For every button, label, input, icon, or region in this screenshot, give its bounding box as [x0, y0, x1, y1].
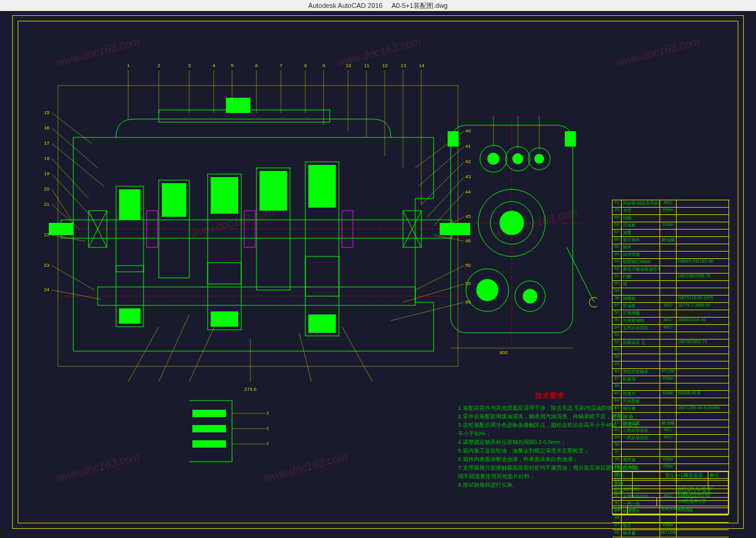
svg-rect-1 — [162, 183, 186, 217]
bom-row: 54五档从动齿轮40Cr — [612, 325, 729, 332]
bom-row: 55中国紫铜线40CrJB6062519-40 — [612, 318, 729, 325]
svg-line-48 — [52, 159, 89, 198]
svg-text:13: 13 — [401, 63, 406, 68]
bom-row: 57垫油盘40Cr10779.7-3689-56 — [612, 303, 729, 310]
svg-text:20: 20 — [44, 186, 49, 192]
svg-rect-3 — [260, 171, 287, 211]
drawing-frame: www.doc163.com www.doc163.com www.doc163… — [12, 15, 744, 529]
bom-row: 60键 — [612, 281, 729, 288]
bom-row: 71同步锥/倒齿及同步轮40Cr — [612, 200, 729, 208]
svg-line-87 — [342, 327, 373, 382]
tb-class: 18机电本1班 — [657, 498, 729, 506]
svg-line-44 — [52, 128, 98, 168]
fork-rod-1 — [192, 410, 226, 417]
bom-row: 53 — [612, 332, 729, 340]
filler-plug — [226, 98, 250, 113]
inner-border: www.doc163.com www.doc163.com www.doc163… — [18, 21, 738, 523]
svg-line-60 — [52, 290, 101, 299]
gearbox-section: 1 2 3 4 5 6 7 8 9 10 11 12 13 14 15 16 1… — [37, 46, 476, 394]
bom-row: 67油塞 — [612, 230, 729, 237]
app-title-bar: Autodesk AutoCAD 2016 A0-5+1装配图.dwg — [0, 0, 756, 11]
shift-fork-detail: 66 67 68 — [171, 388, 269, 480]
cad-canvas: Autodesk AutoCAD 2016 A0-5+1装配图.dwg www.… — [0, 0, 756, 538]
bom-row: 62膜仪式输油器滤芯卡圈 — [612, 266, 729, 274]
bom-row: 44压线型棱 — [612, 398, 729, 405]
bom-row: 35开关器65Mn — [612, 464, 729, 471]
tb-scale: 单位 — [708, 472, 729, 480]
svg-rect-7 — [308, 314, 336, 333]
bom-row: 37 — [612, 449, 729, 457]
svg-point-94 — [500, 211, 524, 235]
bom-row: 48滑轮转动轴承HT150 — [612, 369, 729, 376]
bom-row: 28 — [612, 515, 729, 523]
svg-line-86 — [299, 333, 311, 382]
bom-row: 50 — [612, 354, 729, 362]
dim-width: 800 — [500, 350, 508, 355]
bom-row: 59 — [612, 288, 729, 296]
svg-point-92 — [534, 154, 544, 164]
watermark: www.doc163.com — [615, 35, 702, 70]
main-section-view: 1 2 3 4 5 6 7 8 9 10 11 12 13 14 15 16 1… — [37, 46, 476, 394]
svg-point-95 — [476, 279, 498, 301]
svg-text:17: 17 — [44, 140, 49, 146]
svg-text:5: 5 — [231, 63, 234, 68]
end-view: 800 — [438, 113, 597, 357]
svg-text:22: 22 — [44, 232, 49, 238]
bom-row: 68压线板65Mn — [612, 222, 729, 230]
svg-text:11: 11 — [364, 63, 369, 68]
svg-text:6: 6 — [255, 63, 258, 68]
svg-text:67: 67 — [267, 426, 269, 431]
bom-row: 39一档从动齿轮40Cr — [612, 435, 729, 442]
bom-row: 61挡圈GB2108/1098-70 — [612, 274, 729, 281]
bom-row: 40三档从动齿轮40Cr — [612, 427, 729, 435]
svg-point-96 — [523, 289, 537, 304]
lug-tr — [565, 131, 576, 147]
bom-row: 47机箱顶65Mn — [612, 376, 729, 384]
svg-line-46 — [52, 144, 104, 186]
bom-row: 42 — [612, 413, 729, 420]
svg-rect-6 — [211, 311, 238, 327]
fork-rod-3 — [192, 440, 226, 448]
watermark: www.doc163.com — [263, 450, 349, 485]
bom-row: 63锁固螺钉M8x8GB845.4321B5-86 — [612, 259, 729, 266]
svg-text:66: 66 — [267, 410, 269, 416]
svg-text:3: 3 — [188, 63, 191, 68]
svg-line-52 — [52, 189, 73, 223]
svg-line-84 — [189, 314, 220, 382]
svg-point-97 — [589, 297, 597, 307]
tb-drawing-name: 管S-5+1阀变速器 — [660, 472, 708, 480]
svg-text:18: 18 — [44, 156, 49, 161]
bom-row: 26轴承盖JBT159/71 — [612, 530, 729, 537]
svg-text:23: 23 — [44, 263, 49, 268]
svg-text:15: 15 — [44, 110, 49, 115]
svg-text:68: 68 — [267, 441, 269, 446]
filename: A0-5+1装配图.dwg — [391, 2, 448, 9]
svg-text:16: 16 — [44, 125, 49, 131]
bom-row: 43铜压螺GBT1259-40.B169/B6 — [612, 405, 729, 413]
svg-line-82 — [128, 327, 159, 382]
bom-table: 71同步锥/倒齿及同步轮40Cr70卡环65Mn69销圈68压线板65Mn67油… — [612, 200, 729, 514]
bom-row: 58轴螺栓GBT5119.56-1975 — [612, 296, 729, 303]
svg-rect-5 — [119, 308, 140, 324]
svg-line-83 — [159, 314, 189, 382]
bom-row: 51 — [612, 347, 729, 354]
svg-text:2: 2 — [158, 63, 161, 68]
svg-text:9: 9 — [322, 63, 325, 68]
svg-text:1: 1 — [127, 63, 130, 68]
bom-row: 45弹簧片65Mn6531B.45.B — [612, 391, 729, 398]
svg-text:8: 8 — [304, 63, 307, 68]
svg-text:21: 21 — [44, 202, 49, 207]
bom-row: 66滚针轴承耐油橡胶 — [612, 237, 729, 244]
tb-approve-lbl: 批准 — [612, 489, 633, 497]
svg-rect-4 — [308, 165, 336, 208]
bom-row: 64保持弹簧 — [612, 252, 729, 259]
tb-design-lbl: 设计 — [612, 472, 633, 480]
app-title: Autodesk AutoCAD 2016 — [308, 2, 383, 9]
bom-row: 70卡环65Mn — [612, 208, 729, 215]
svg-point-91 — [512, 153, 523, 164]
tb-check-lbl: 审核 — [612, 481, 633, 489]
svg-point-90 — [487, 153, 500, 165]
svg-text:10: 10 — [346, 63, 351, 68]
tb-dept: 机械电子工程系 — [660, 489, 729, 497]
bom-row: 52齿圈保证 五GBT062352-76 — [612, 340, 729, 347]
